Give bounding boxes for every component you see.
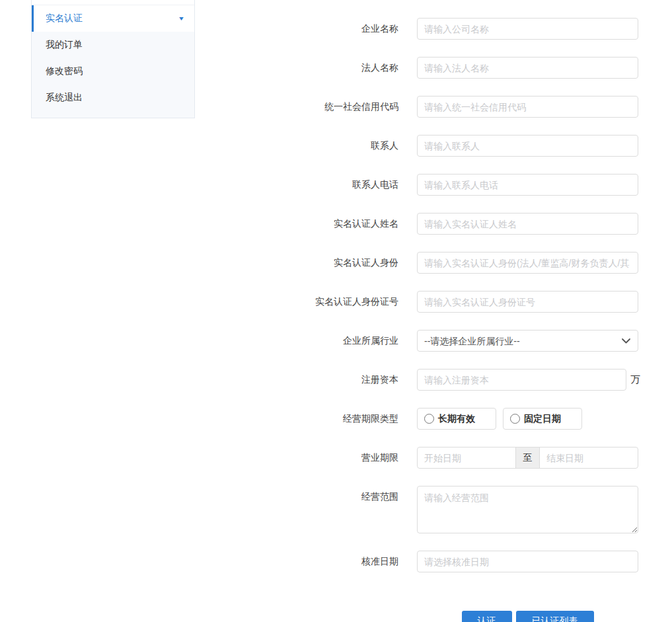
business-scope-label: 经营范围 [0, 486, 398, 508]
company-name-label: 企业名称 [0, 18, 398, 40]
business-scope-textarea[interactable] [417, 486, 638, 533]
long-term-radio[interactable] [424, 414, 434, 424]
business-period-label: 营业期限 [0, 447, 398, 469]
industry-select[interactable]: --请选择企业所属行业-- [417, 330, 638, 352]
capital-unit-label: 万 [630, 373, 640, 386]
contact-input[interactable] [417, 135, 638, 157]
approval-date-label: 核准日期 [0, 551, 398, 572]
form-row-certifier-name: 实名认证人姓名 [0, 213, 638, 235]
form-row-contact: 联系人 [0, 135, 638, 157]
contact-phone-label: 联系人电话 [0, 174, 398, 196]
form-row-approval-date: 核准日期 [0, 551, 638, 572]
form-row-business-scope: 经营范围 [0, 486, 638, 533]
certifier-id-number-input[interactable] [417, 291, 638, 313]
industry-label: 企业所属行业 [0, 330, 398, 352]
credit-code-label: 统一社会信用代码 [0, 96, 398, 118]
date-range-separator: 至 [515, 447, 540, 469]
certifier-id-number-label: 实名认证人身份证号 [0, 291, 398, 313]
sidebar-top-divider [32, 0, 194, 5]
term-type-label: 经营期限类型 [0, 408, 398, 430]
certifier-identity-input[interactable] [417, 252, 638, 274]
legal-person-input[interactable] [417, 57, 638, 79]
enterprise-auth-form: 企业名称 法人名称 统一社会信用代码 联系人 联系人电话 实名认证人姓名 [0, 18, 638, 622]
form-row-credit-code: 统一社会信用代码 [0, 96, 638, 118]
legal-person-label: 法人名称 [0, 57, 398, 79]
company-name-input[interactable] [417, 18, 638, 40]
certifier-name-label: 实名认证人姓名 [0, 213, 398, 235]
registered-capital-label: 注册资本 [0, 369, 398, 391]
end-date-input[interactable] [539, 447, 638, 469]
certifier-name-input[interactable] [417, 213, 638, 235]
form-row-certifier-identity: 实名认证人身份 [0, 252, 638, 274]
certifier-identity-label: 实名认证人身份 [0, 252, 398, 274]
form-row-actions: 认证 已认证列表 [0, 590, 638, 622]
form-row-industry: 企业所属行业 --请选择企业所属行业-- [0, 330, 638, 352]
fixed-date-radio-label: 固定日期 [524, 413, 561, 425]
form-row-term-type: 经营期限类型 长期有效 固定日期 [0, 408, 638, 430]
credit-code-input[interactable] [417, 96, 638, 118]
term-type-option-long-term[interactable]: 长期有效 [417, 408, 496, 430]
form-row-certifier-id-number: 实名认证人身份证号 [0, 291, 638, 313]
form-row-contact-phone: 联系人电话 [0, 174, 638, 196]
certify-button[interactable]: 认证 [462, 611, 512, 622]
fixed-date-radio[interactable] [510, 414, 520, 424]
registered-capital-input[interactable] [417, 369, 626, 391]
contact-label: 联系人 [0, 135, 398, 157]
form-row-business-period: 营业期限 至 [0, 447, 638, 469]
long-term-radio-label: 长期有效 [438, 413, 475, 425]
term-type-option-fixed-date[interactable]: 固定日期 [503, 408, 582, 430]
business-period-range: 至 [417, 447, 638, 469]
form-row-legal-person: 法人名称 [0, 57, 638, 79]
start-date-input[interactable] [417, 447, 516, 469]
certified-list-button[interactable]: 已认证列表 [516, 611, 594, 622]
contact-phone-input[interactable] [417, 174, 638, 196]
form-row-company-name: 企业名称 [0, 18, 638, 40]
form-row-registered-capital: 注册资本 万 [0, 369, 638, 391]
approval-date-input[interactable] [417, 551, 638, 572]
